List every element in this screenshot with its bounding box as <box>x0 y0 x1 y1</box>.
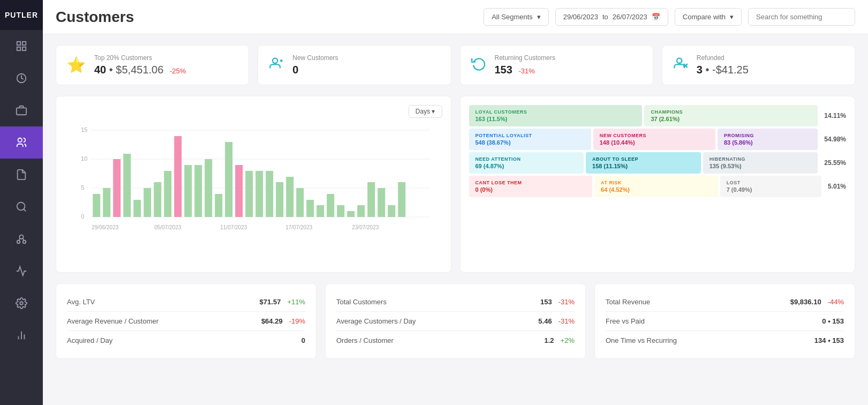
svg-rect-49 <box>266 171 273 217</box>
date-range-picker[interactable]: 29/06/2023 to 26/07/2023 📅 <box>555 8 668 26</box>
avg-customers-day-badge: -31% <box>558 317 575 325</box>
at-risk-label: AT RISK <box>601 180 712 185</box>
total-revenue-value: $9,836.10 -44% <box>790 298 844 306</box>
chevron-down-icon: ▾ <box>537 13 541 21</box>
new-customers-seg-label: NEW CUSTOMERS <box>600 133 709 138</box>
svg-rect-36 <box>133 200 141 217</box>
sidebar-icon-products[interactable] <box>0 94 43 126</box>
svg-rect-50 <box>276 182 283 217</box>
svg-point-10 <box>17 241 20 244</box>
main-content: Customers All Segments ▾ 29/06/2023 to 2… <box>43 0 868 405</box>
avg-customers-day-stat: Average Customers / Day 5.46 -31% <box>336 312 575 331</box>
top-customers-badge: -25% <box>170 67 186 75</box>
cant-lose-them-label: CANT LOSE THEM <box>475 180 586 185</box>
svg-line-8 <box>24 209 26 211</box>
stats-card-3: Total Revenue $9,836.10 -44% Free vs Pai… <box>594 283 855 359</box>
svg-rect-45 <box>225 142 232 217</box>
refunded-card: Refunded 3 • -$41.25 <box>662 45 855 85</box>
svg-text:11/07/2023: 11/07/2023 <box>220 224 247 230</box>
sidebar-icon-affiliate[interactable] <box>0 223 43 255</box>
days-label: Days <box>416 108 430 115</box>
search-input[interactable] <box>748 8 855 26</box>
total-customers-badge: -31% <box>558 298 575 306</box>
top-customers-count: 40 <box>94 64 106 76</box>
svg-text:15: 15 <box>81 126 87 133</box>
svg-text:17/07/2023: 17/07/2023 <box>285 224 312 230</box>
svg-rect-32 <box>93 194 100 217</box>
refunded-value: 3 • -$41.25 <box>697 64 749 76</box>
date-from: 29/06/2023 <box>563 13 598 21</box>
top-customers-card: ⭐ Top 20% Customers 40 • $5,451.06 -25% <box>56 45 249 85</box>
avg-customers-day-label: Average Customers / Day <box>336 317 416 325</box>
svg-rect-42 <box>194 165 202 217</box>
svg-text:23/07/2023: 23/07/2023 <box>352 224 379 230</box>
svg-rect-60 <box>378 188 385 217</box>
svg-rect-61 <box>388 205 395 217</box>
svg-text:5: 5 <box>81 184 84 191</box>
hibernating-label: HIBERNATING <box>710 156 812 162</box>
svg-rect-62 <box>398 182 405 217</box>
stats-card-2: Total Customers 153 -31% Average Custome… <box>325 283 586 359</box>
sidebar-icon-customers[interactable] <box>0 126 43 159</box>
svg-point-7 <box>17 202 25 211</box>
sidebar-icon-dashboard[interactable] <box>0 30 43 62</box>
avg-revenue-label: Average Revenue / Customer <box>67 317 158 325</box>
compare-label: Compare with <box>683 13 726 21</box>
svg-rect-34 <box>113 159 120 217</box>
svg-rect-37 <box>144 188 151 217</box>
avg-revenue-stat: Average Revenue / Customer $64.29 -19% <box>67 312 305 331</box>
chart-header: Days ▾ <box>65 105 442 118</box>
svg-rect-54 <box>316 205 324 217</box>
svg-rect-33 <box>103 188 110 217</box>
promising-cell: PROMISING 83 (5.86%) <box>718 129 818 150</box>
returning-customers-value: 153 -31% <box>495 64 555 76</box>
svg-text:29/06/2023: 29/06/2023 <box>92 224 118 230</box>
page-title: Customers <box>56 9 475 26</box>
compare-dropdown[interactable]: Compare with ▾ <box>675 8 742 26</box>
about-to-sleep-value: 158 (11.15%) <box>592 163 695 169</box>
sidebar-icon-orders[interactable] <box>0 159 43 191</box>
sidebar-icon-settings[interactable] <box>0 287 43 319</box>
svg-point-6 <box>18 138 22 142</box>
refunded-count: 3 <box>697 64 703 76</box>
star-icon: ⭐ <box>67 56 86 74</box>
free-vs-paid-label: Free vs Paid <box>606 317 645 325</box>
new-customers-content: New Customers 0 <box>292 54 338 76</box>
top-customers-content: Top 20% Customers 40 • $5,451.06 -25% <box>94 54 186 76</box>
total-revenue-stat: Total Revenue $9,836.10 -44% <box>606 292 844 312</box>
sidebar-icon-revenue[interactable] <box>0 62 43 94</box>
svg-rect-3 <box>22 47 26 50</box>
orders-customer-badge: +2% <box>561 336 575 344</box>
svg-text:10: 10 <box>81 155 87 162</box>
loyal-customers-cell: LOYAL CUSTOMERS 163 (11.5%) <box>469 105 643 126</box>
loyal-customers-value: 163 (11.5%) <box>475 116 636 122</box>
promising-label: PROMISING <box>724 133 811 138</box>
svg-rect-46 <box>235 165 243 217</box>
days-dropdown[interactable]: Days ▾ <box>409 105 442 118</box>
segment-row-4: CANT LOSE THEM 0 (0%) AT RISK 64 (4.52%)… <box>469 176 847 197</box>
lost-cell: LOST 7 (0.49%) <box>720 176 821 197</box>
returning-count: 153 <box>495 64 512 76</box>
acquired-day-value: 0 <box>301 336 305 344</box>
champions-cell: CHAMPIONS 37 (2.61%) <box>644 105 818 126</box>
avg-ltv-badge: +11% <box>287 298 305 306</box>
svg-rect-57 <box>347 211 354 217</box>
avg-customers-day-value: 5.46 -31% <box>538 317 575 325</box>
svg-rect-40 <box>174 136 182 217</box>
sidebar-icon-analytics[interactable] <box>0 191 43 223</box>
svg-text:05/07/2023: 05/07/2023 <box>154 224 181 230</box>
segment-dropdown[interactable]: All Segments ▾ <box>484 8 549 26</box>
sidebar-icon-stats[interactable] <box>0 319 43 351</box>
lost-label: LOST <box>727 180 815 185</box>
orders-customer-label: Orders / Customer <box>336 336 394 344</box>
top-customers-label: Top 20% Customers <box>94 54 186 62</box>
svg-rect-56 <box>337 205 344 217</box>
stats-row: Avg. LTV $71.57 +11% Average Revenue / C… <box>56 283 855 359</box>
returning-badge: -31% <box>518 67 534 75</box>
orders-customer-value: 1.2 +2% <box>545 336 575 344</box>
total-customers-stat: Total Customers 153 -31% <box>336 292 575 312</box>
top-customers-amount: • $5,451.06 <box>109 64 164 76</box>
svg-rect-43 <box>205 159 212 217</box>
sidebar-icon-reports[interactable] <box>0 255 43 287</box>
svg-rect-47 <box>245 171 253 217</box>
